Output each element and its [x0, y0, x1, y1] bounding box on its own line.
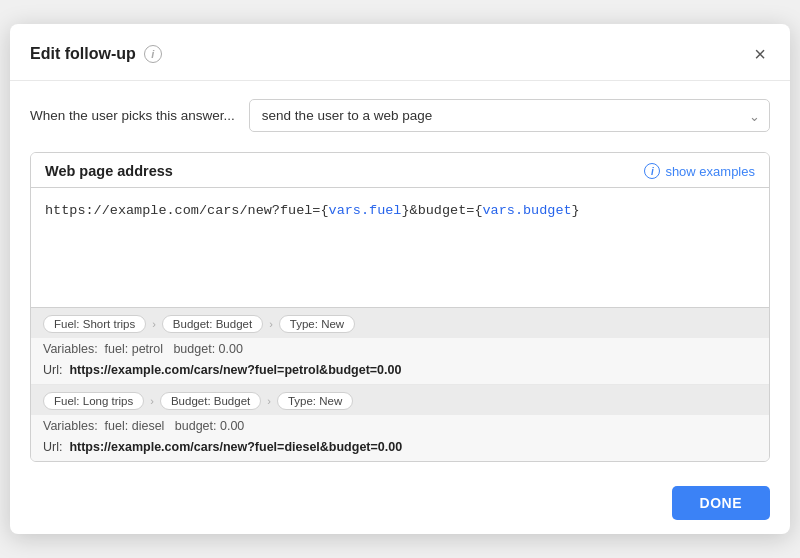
arrow-icon: ›	[269, 318, 273, 330]
trigger-select[interactable]: send the user to a web pageshow a messag…	[249, 99, 770, 132]
example-row: Fuel: Long trips › Budget: Budget › Type…	[31, 385, 769, 461]
examples-section: Fuel: Short trips › Budget: Budget › Typ…	[31, 307, 769, 461]
section-title: Web page address	[45, 163, 173, 179]
arrow-icon: ›	[267, 395, 271, 407]
modal-title-row: Edit follow-up i	[30, 45, 162, 63]
example-url-1: Url: https://example.com/cars/new?fuel=p…	[31, 360, 769, 384]
url-prefix: https://example.com/cars/new?fuel={	[45, 203, 329, 218]
url-value: https://example.com/cars/new?fuel=petrol…	[69, 363, 401, 377]
arrow-icon: ›	[150, 395, 154, 407]
trigger-field-row: When the user picks this answer... send …	[30, 99, 770, 132]
modal-body: When the user picks this answer... send …	[10, 81, 790, 474]
url-value: https://example.com/cars/new?fuel=diesel…	[69, 440, 402, 454]
variables-values: fuel: petrol budget: 0.00	[105, 342, 243, 356]
url-middle: }&budget={	[401, 203, 482, 218]
variables-label: Variables:	[43, 342, 105, 356]
url-var1: vars.fuel	[329, 203, 402, 218]
variables-values: fuel: diesel budget: 0.00	[105, 419, 245, 433]
example-row: Fuel: Short trips › Budget: Budget › Typ…	[31, 308, 769, 385]
example-tag: Budget: Budget	[162, 315, 263, 333]
show-examples-label: show examples	[665, 164, 755, 179]
example-tag: Type: New	[279, 315, 355, 333]
done-button[interactable]: DONE	[672, 486, 770, 520]
example-tag: Budget: Budget	[160, 392, 261, 410]
trigger-select-wrapper: send the user to a web pageshow a messag…	[249, 99, 770, 132]
edit-followup-modal: Edit follow-up i × When the user picks t…	[10, 24, 790, 534]
example-url-2: Url: https://example.com/cars/new?fuel=d…	[31, 437, 769, 461]
show-examples-button[interactable]: i show examples	[644, 163, 755, 179]
url-suffix: }	[572, 203, 580, 218]
example-tag: Type: New	[277, 392, 353, 410]
show-examples-info-icon: i	[644, 163, 660, 179]
example-tags-row-1: Fuel: Short trips › Budget: Budget › Typ…	[31, 308, 769, 338]
info-icon[interactable]: i	[144, 45, 162, 63]
example-tag: Fuel: Short trips	[43, 315, 146, 333]
url-label: Url:	[43, 363, 69, 377]
example-tag: Fuel: Long trips	[43, 392, 144, 410]
example-vars-2: Variables: fuel: diesel budget: 0.00	[31, 415, 769, 437]
example-tags-row-2: Fuel: Long trips › Budget: Budget › Type…	[31, 385, 769, 415]
arrow-icon: ›	[152, 318, 156, 330]
modal-header: Edit follow-up i ×	[10, 24, 790, 81]
url-input-area[interactable]: https://example.com/cars/new?fuel={vars.…	[31, 187, 769, 307]
variables-label: Variables:	[43, 419, 105, 433]
url-label: Url:	[43, 440, 69, 454]
modal-footer: DONE	[10, 474, 790, 534]
trigger-label: When the user picks this answer...	[30, 108, 235, 123]
web-page-section: Web page address i show examples https:/…	[30, 152, 770, 462]
example-vars-1: Variables: fuel: petrol budget: 0.00	[31, 338, 769, 360]
modal-title: Edit follow-up	[30, 45, 136, 63]
section-header: Web page address i show examples	[31, 153, 769, 187]
url-var2: vars.budget	[482, 203, 571, 218]
close-button[interactable]: ×	[750, 42, 770, 66]
